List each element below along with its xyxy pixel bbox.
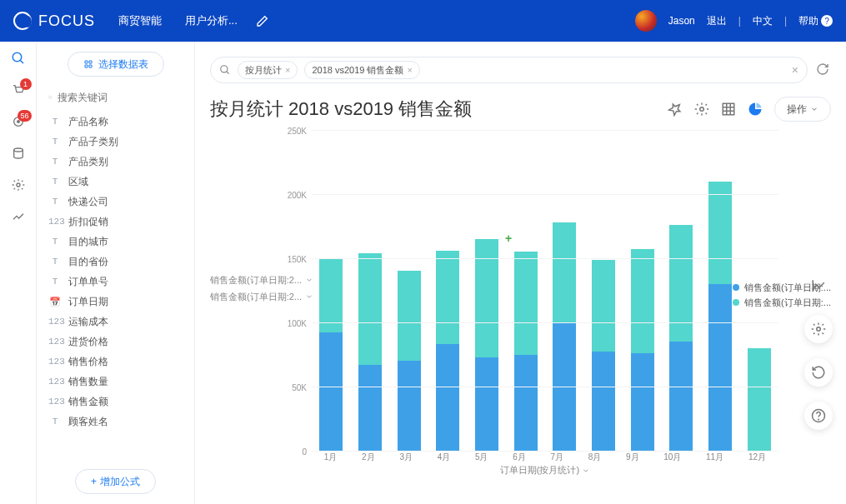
trend-icon[interactable]: [10, 208, 27, 225]
y-tick-label: 250K: [288, 127, 307, 136]
bar-segment-series2[interactable]: [748, 348, 771, 451]
y-series-select[interactable]: 销售金额(订单日期:2...: [210, 288, 313, 305]
svg-point-3: [13, 148, 23, 152]
help-link[interactable]: 帮助?: [798, 14, 833, 28]
field-item[interactable]: T快递公司: [48, 192, 183, 212]
nav-item-user-analysis[interactable]: 用户分析...: [185, 13, 238, 28]
field-item[interactable]: T目的省份: [48, 252, 183, 272]
bar-column[interactable]: [631, 249, 654, 451]
chart-title: 按月统计 2018 vs2019 销售金额: [210, 97, 472, 122]
select-datasource-button[interactable]: 选择数据表: [68, 52, 164, 77]
bar-segment-series2[interactable]: [592, 260, 615, 352]
bar-segment-series2[interactable]: [398, 271, 421, 361]
bar-column[interactable]: [592, 260, 615, 451]
field-type-icon: 123: [48, 377, 62, 387]
field-item[interactable]: 123进货价格: [48, 332, 183, 352]
bar-segment-series1[interactable]: [514, 355, 538, 452]
field-type-icon: T: [48, 257, 62, 267]
lang-link[interactable]: 中文: [753, 14, 773, 28]
search-icon[interactable]: [10, 50, 27, 67]
field-item[interactable]: 123运输成本: [48, 312, 183, 332]
bar-column[interactable]: [398, 271, 421, 451]
query-bar: 按月统计× 2018 vs2019 销售金额× ×: [210, 57, 831, 83]
help-icon[interactable]: [804, 402, 833, 430]
field-label: 销售金额: [68, 395, 108, 409]
bar-segment-series1[interactable]: [592, 352, 615, 451]
grid-line: 250K: [312, 130, 778, 131]
bar-column[interactable]: [553, 222, 576, 451]
avatar[interactable]: [635, 10, 657, 32]
query-pill[interactable]: 按月统计×: [238, 61, 298, 79]
gear-icon[interactable]: [804, 315, 833, 343]
field-item[interactable]: 📅订单日期: [48, 292, 183, 312]
bar-column[interactable]: [514, 252, 538, 451]
notifications-icon[interactable]: 56: [10, 113, 27, 130]
bar-segment-series1[interactable]: [319, 332, 343, 451]
gear-icon[interactable]: [694, 102, 709, 117]
bar-segment-series2[interactable]: [669, 225, 693, 342]
bar-segment-series1[interactable]: [436, 344, 459, 451]
user-name[interactable]: Jason: [668, 15, 695, 27]
line-chart-icon[interactable]: [804, 272, 833, 300]
pie-chart-icon[interactable]: [748, 102, 763, 117]
search-input[interactable]: [58, 92, 183, 103]
field-type-icon: T: [48, 117, 62, 127]
bar-column[interactable]: [748, 348, 771, 451]
refresh-icon[interactable]: [804, 358, 833, 387]
field-item[interactable]: T产品子类别: [48, 132, 183, 152]
bar-column[interactable]: [436, 251, 459, 451]
field-item[interactable]: T目的城市: [48, 232, 183, 252]
action-button[interactable]: 操作: [774, 97, 831, 122]
bar-segment-series1[interactable]: [631, 353, 654, 451]
close-icon[interactable]: ×: [285, 65, 290, 75]
brand-logo[interactable]: FOCUS: [13, 12, 95, 30]
bar-segment-series1[interactable]: [708, 284, 732, 451]
x-tick-label: 6月: [513, 452, 526, 463]
bar-segment-series2[interactable]: [358, 253, 382, 365]
bar-segment-series2[interactable]: [475, 239, 498, 357]
bar-segment-series2[interactable]: [708, 182, 732, 284]
query-pill[interactable]: 2018 vs2019 销售金额×: [304, 61, 420, 79]
bar-column[interactable]: [475, 239, 498, 451]
bar-segment-series2[interactable]: [436, 251, 459, 344]
nav-item-bi[interactable]: 商贸智能: [118, 13, 162, 28]
bar-segment-series1[interactable]: [358, 365, 382, 451]
bar-segment-series1[interactable]: [669, 342, 693, 451]
bar-segment-series2[interactable]: [553, 222, 576, 322]
field-item[interactable]: 123销售数量: [48, 372, 183, 392]
close-icon[interactable]: ×: [408, 65, 413, 75]
bar-column[interactable]: [358, 253, 382, 451]
field-item[interactable]: 123销售价格: [48, 352, 183, 372]
pin-icon[interactable]: [668, 102, 683, 117]
bar-segment-series1[interactable]: [475, 357, 498, 451]
bar-segment-series2[interactable]: [514, 252, 538, 354]
field-label: 区域: [68, 175, 88, 189]
table-icon[interactable]: [721, 102, 736, 117]
bar-segment-series1[interactable]: [398, 361, 421, 451]
add-formula-button[interactable]: + 增加公式: [75, 469, 156, 494]
x-axis-title[interactable]: 订单日期(按月统计): [500, 464, 590, 477]
grid-line: 100K: [312, 322, 778, 323]
refresh-icon[interactable]: [816, 62, 831, 77]
field-item[interactable]: T产品类别: [48, 152, 183, 172]
bar-column[interactable]: [708, 182, 732, 451]
settings-icon[interactable]: [10, 177, 27, 193]
clear-icon[interactable]: ×: [792, 63, 798, 77]
field-item[interactable]: T顾客姓名: [48, 412, 183, 432]
edit-icon[interactable]: [256, 14, 269, 27]
query-input[interactable]: 按月统计× 2018 vs2019 销售金额× ×: [210, 57, 808, 83]
field-item[interactable]: T订单单号: [48, 272, 183, 292]
field-item[interactable]: 123折扣促销: [48, 212, 183, 232]
bar-segment-series2[interactable]: [319, 258, 343, 332]
bar-segment-series2[interactable]: [631, 249, 654, 353]
bar-column[interactable]: [319, 258, 343, 451]
field-item[interactable]: 123销售金额: [48, 392, 183, 412]
field-label: 目的省份: [68, 255, 108, 269]
field-item[interactable]: T产品名称: [48, 112, 183, 132]
field-type-icon: T: [48, 157, 62, 167]
y-series-select[interactable]: 销售金额(订单日期:2...: [210, 272, 313, 288]
database-icon[interactable]: [10, 145, 27, 162]
logout-link[interactable]: 退出: [707, 14, 727, 28]
field-item[interactable]: T区域: [48, 172, 183, 192]
cart-icon[interactable]: 1: [10, 82, 27, 98]
